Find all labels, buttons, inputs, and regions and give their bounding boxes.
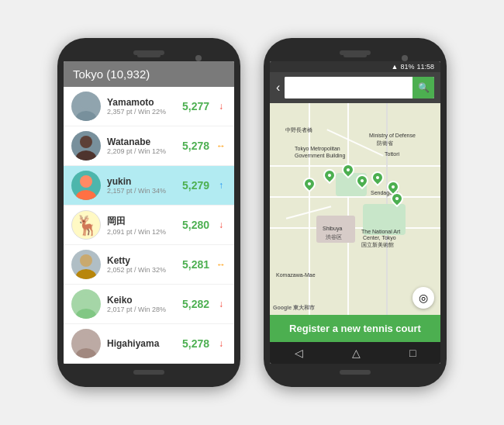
avatar: 🦌 [71,210,101,240]
svg-point-3 [76,150,96,161]
avatar [71,250,101,279]
status-icons: ▲ 81% 11:58 [392,63,434,71]
player-info: Keiko 2,017 pt / Win 28% [107,295,175,313]
leaderboard-header: Tokyo (10,932) [64,61,234,87]
map-pin[interactable] [323,169,337,186]
table-row[interactable]: Watanabe 2,209 pt / Win 12% 5,278 ↔ [64,126,234,166]
clock: 11:58 [416,63,434,71]
player-info: Yamamoto 2,357 pt / Win 22% [107,97,175,116]
wifi-icon: ▲ [392,63,399,71]
map-label: 中野長者橋 [285,126,312,134]
svg-point-12 [76,348,96,358]
road [270,227,440,229]
player-stats: 2,357 pt / Win 22% [107,108,175,116]
battery-icon: 81% [400,63,414,71]
svg-point-1 [76,111,96,121]
road [309,103,310,315]
player-stats: 2,052 pt / Win 32% [107,266,175,274]
player-info: 岡田 2,091 pt / Win 12% [107,215,175,236]
nav-bar: ◁ △ □ [270,342,440,364]
search-input[interactable] [285,77,413,98]
map-screen: ▲ 81% 11:58 ‹ 🔍 [270,61,440,364]
right-phone: ▲ 81% 11:58 ‹ 🔍 [264,38,447,387]
table-row[interactable]: Higahiyama 5,278 ↓ [64,324,234,364]
avatar [71,329,101,358]
pin-head [388,190,406,208]
player-stats: 2,017 pt / Win 28% [107,306,175,313]
map-label: Ministry of Defense [369,133,416,138]
player-info: yukin 2,157 pt / Win 34% [107,176,175,195]
table-row[interactable]: Yamamoto 2,357 pt / Win 22% 5,277 ↓ [64,87,234,126]
table-row[interactable]: Keiko 2,017 pt / Win 28% 5,282 ↓ [64,285,234,324]
svg-point-10 [76,309,96,319]
map-label: 渋谷区 [326,233,342,241]
map-label: Center, Tokyo [363,235,396,240]
avatar [71,289,101,319]
map-label: Komazawa-Mae [276,272,316,278]
player-stats: 2,091 pt / Win 12% [107,228,175,236]
player-list: Yamamoto 2,357 pt / Win 22% 5,277 ↓ Wata… [64,87,234,364]
svg-text:🦌: 🦌 [75,214,99,237]
trend-icon: ↔ [216,259,226,270]
map-label: Tokyo Metropolitan [295,146,340,151]
player-score: 5,278 [181,140,209,152]
player-name: Ketty [107,255,175,266]
player-stats: 2,157 pt / Win 34% [107,187,175,195]
player-name: yukin [107,176,175,187]
road [347,103,349,315]
map-pin[interactable] [371,171,385,188]
back-nav-icon[interactable]: ◁ [295,347,303,359]
svg-point-2 [80,136,92,148]
map-pin[interactable] [341,164,355,181]
svg-point-9 [80,294,92,306]
google-logo: Google 東大和市 [273,304,315,312]
map-pin[interactable] [390,192,404,209]
map-area[interactable]: 中野長者橋 Tokyo Metropolitan Government Buil… [270,103,440,315]
pin-head [340,161,357,179]
player-info: Higahiyama [107,338,175,349]
player-name: Higahiyama [107,338,175,349]
pin-head [369,169,387,187]
home-nav-icon[interactable]: △ [352,347,361,359]
player-name: Yamamoto [107,97,175,108]
svg-point-0 [80,96,92,109]
player-info: Ketty 2,052 pt / Win 32% [107,255,175,274]
svg-point-4 [80,175,92,188]
left-phone: Tokyo (10,932) Yamamoto 2,357 pt / Win 2… [57,38,240,387]
back-button[interactable]: ‹ [276,81,280,95]
phone-speaker [137,54,161,57]
player-score: 5,278 [181,337,209,350]
svg-point-11 [80,333,92,346]
phone-speaker-right [343,54,367,57]
player-score: 5,277 [181,100,209,112]
table-row[interactable]: 🦌 岡田 2,091 pt / Win 12% 5,280 ↓ [64,206,234,245]
map-label: Government Building [295,153,345,158]
trend-icon: ↓ [216,299,226,309]
table-row[interactable]: yukin 2,157 pt / Win 34% 5,279 ↑ [64,166,234,206]
trend-icon: ↓ [216,101,226,112]
road [270,196,440,198]
player-name: Watanabe [107,136,175,147]
trend-icon: ↓ [216,338,226,349]
player-name: Keiko [107,295,175,306]
player-score: 5,282 [181,298,209,310]
map-pin[interactable] [302,178,316,195]
register-button[interactable]: Register a new tennis court [270,315,440,342]
recents-nav-icon[interactable]: □ [409,347,416,359]
player-score: 5,281 [181,258,209,271]
search-bar: 🔍 [285,77,434,98]
map-pin[interactable] [355,174,369,192]
search-button[interactable]: 🔍 [413,77,434,98]
trend-icon: ↓ [216,219,226,230]
trend-icon: ↑ [216,180,226,191]
player-name: 岡田 [107,215,175,228]
trend-icon: ↔ [216,140,226,151]
avatar [71,131,101,161]
player-info: Watanabe 2,209 pt / Win 12% [107,136,175,155]
map-label: 防衛省 [377,140,393,147]
svg-point-7 [80,254,92,267]
player-stats: 2,209 pt / Win 12% [107,147,175,155]
status-bar: ▲ 81% 11:58 [270,61,440,72]
location-button[interactable]: ◎ [413,287,434,309]
table-row[interactable]: Ketty 2,052 pt / Win 32% 5,281 ↔ [64,245,234,285]
